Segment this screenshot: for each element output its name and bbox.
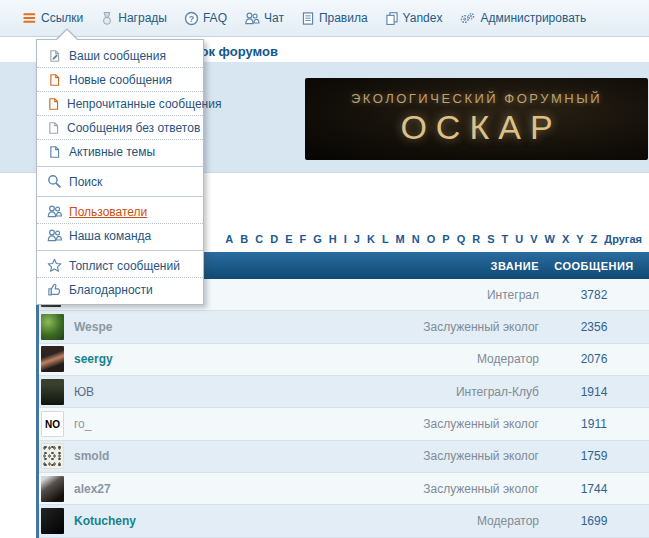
alphabet-letter-J[interactable]: J	[354, 233, 360, 245]
alphabet-letter-K[interactable]: K	[367, 233, 375, 245]
menu-item-label: Непрочитанные сообщения	[67, 97, 221, 111]
nav-item-label: Ссылки	[41, 11, 83, 25]
alphabet-letter-Y[interactable]: Y	[576, 233, 583, 245]
member-rank: Модератор	[339, 352, 539, 366]
nav-item-label: Правила	[319, 11, 368, 25]
menu-item-label: Активные темы	[69, 145, 155, 159]
menu-item-page-new[interactable]: Новые сообщения	[37, 68, 203, 92]
alphabet-letter-U[interactable]: U	[515, 233, 523, 245]
username-link[interactable]: ro_	[74, 417, 91, 431]
nav-item-pages[interactable]: Yandex	[385, 11, 443, 26]
alphabet-letter-X[interactable]: X	[562, 233, 569, 245]
page-active-icon	[47, 145, 62, 159]
member-table: Вадим БамовИнтеграл3782WespeЗаслуженный …	[36, 279, 649, 538]
menu-item-team[interactable]: Наша команда	[37, 224, 203, 247]
alphabet-letter-N[interactable]: N	[412, 233, 420, 245]
alphabet-letter-O[interactable]: O	[427, 233, 436, 245]
nav-item-links[interactable]: Ссылки	[22, 11, 83, 25]
nav-item-admin-gears[interactable]: Администрировать	[459, 11, 586, 26]
page-new-icon	[47, 73, 62, 87]
alphabet-letter-A[interactable]: A	[225, 233, 233, 245]
menu-item-label: Топлист сообщений	[69, 259, 180, 273]
pages-icon	[385, 11, 399, 26]
menu-icon	[22, 11, 37, 25]
alphabet-letter-S[interactable]: S	[487, 233, 494, 245]
username-link[interactable]: smold	[74, 449, 109, 463]
question-icon: ?	[184, 11, 199, 26]
alphabet-letter-P[interactable]: P	[442, 233, 449, 245]
menu-separator	[37, 250, 203, 251]
menu-item-page-unread[interactable]: Непрочитанные сообщения	[37, 92, 203, 116]
alphabet-letter-E[interactable]: E	[285, 233, 292, 245]
nav-item-award[interactable]: Награды	[100, 11, 167, 26]
banner-image[interactable]: ЭКОЛОГИЧЕСКИЙ ФОРУМНЫЙ ОСКАР	[305, 78, 648, 160]
alphabet-letter-G[interactable]: G	[313, 233, 322, 245]
menu-item-page-active[interactable]: Активные темы	[37, 140, 203, 163]
alphabet-letter-T[interactable]: T	[502, 233, 509, 245]
member-rank: Интеграл-Клуб	[339, 385, 539, 399]
username-link[interactable]: ЮВ	[74, 385, 94, 399]
alphabet-letter-B[interactable]: B	[240, 233, 248, 245]
avatar	[41, 379, 64, 405]
username-link[interactable]: Wespe	[74, 320, 112, 334]
links-dropdown-menu: Ваши сообщенияНовые сообщенияНепрочитанн…	[36, 39, 204, 305]
admin-gears-icon	[459, 11, 476, 26]
rules-icon	[301, 11, 315, 26]
table-row[interactable]: WespeЗаслуженный эколог2356	[39, 311, 649, 343]
svg-text:?: ?	[189, 13, 194, 23]
header-rank[interactable]: ЗВАНИЕ	[339, 260, 539, 272]
alphabet-letter-V[interactable]: V	[530, 233, 537, 245]
award-icon	[100, 11, 114, 26]
alphabet-letter-M[interactable]: M	[396, 233, 405, 245]
users-icon	[47, 204, 62, 219]
menu-item-search[interactable]: Поиск	[37, 170, 203, 193]
banner-title: ОСКАР	[391, 108, 561, 147]
alphabet-letter-F[interactable]: F	[299, 233, 306, 245]
member-posts-count: 2356	[539, 320, 649, 334]
table-row[interactable]: alex27Заслуженный эколог1744	[39, 473, 649, 505]
menu-item-label: Поиск	[69, 175, 102, 189]
avatar	[41, 508, 64, 534]
table-row[interactable]: seergyМодератор2076	[39, 344, 649, 376]
table-row[interactable]: ЮВИнтеграл-Клуб1914	[39, 376, 649, 408]
menu-item-page-edit[interactable]: Ваши сообщения	[37, 44, 203, 68]
member-cell: alex27	[39, 476, 339, 502]
menu-item-page-plain[interactable]: Сообщения без ответов	[37, 116, 203, 140]
star-icon	[47, 258, 62, 273]
menu-item-star[interactable]: Топлист сообщений	[37, 254, 203, 278]
menu-item-label: Новые сообщения	[69, 73, 172, 87]
nav-item-rules[interactable]: Правила	[301, 11, 368, 26]
alphabet-letter-I[interactable]: I	[344, 233, 347, 245]
alphabet-letter-R[interactable]: R	[472, 233, 480, 245]
username-link[interactable]: alex27	[74, 482, 111, 496]
table-row[interactable]: KotuchenyМодератор1699	[39, 505, 649, 537]
member-posts-count: 1759	[539, 449, 649, 463]
alphabet-letter-D[interactable]: D	[270, 233, 278, 245]
nav-item-question[interactable]: ?FAQ	[184, 11, 227, 26]
menu-item-label: Сообщения без ответов	[67, 121, 200, 135]
alphabet-letter-Q[interactable]: Q	[457, 233, 466, 245]
username-link[interactable]: Kotucheny	[74, 514, 136, 528]
table-row[interactable]: smoldЗаслуженный эколог1759	[39, 441, 649, 473]
member-rank: Заслуженный эколог	[339, 417, 539, 431]
alphabet-letter-L[interactable]: L	[382, 233, 389, 245]
member-cell: ЮВ	[39, 379, 339, 405]
alphabet-letter-W[interactable]: W	[545, 233, 555, 245]
search-icon	[47, 174, 62, 189]
table-row[interactable]: NOro_Заслуженный эколог1911	[39, 408, 649, 440]
username-link[interactable]: seergy	[74, 352, 113, 366]
menu-item-thumb-up[interactable]: Благодарности	[37, 278, 203, 301]
nav-item-chat[interactable]: Чат	[244, 11, 284, 26]
member-cell: Wespe	[39, 314, 339, 340]
menu-item-users[interactable]: Пользователи	[37, 200, 203, 224]
member-posts-count: 3782	[539, 288, 649, 302]
nav-item-label: Администрировать	[480, 11, 586, 25]
header-posts[interactable]: СООБЩЕНИЯ	[539, 260, 649, 272]
menu-item-label: Пользователи	[69, 205, 147, 219]
member-rank: Заслуженный эколог	[339, 320, 539, 334]
alphabet-letter-C[interactable]: C	[255, 233, 263, 245]
member-cell: Kotucheny	[39, 508, 339, 534]
alphabet-letter-Z[interactable]: Z	[591, 233, 598, 245]
alphabet-letter-Другая[interactable]: Другая	[604, 233, 642, 245]
alphabet-letter-H[interactable]: H	[329, 233, 337, 245]
